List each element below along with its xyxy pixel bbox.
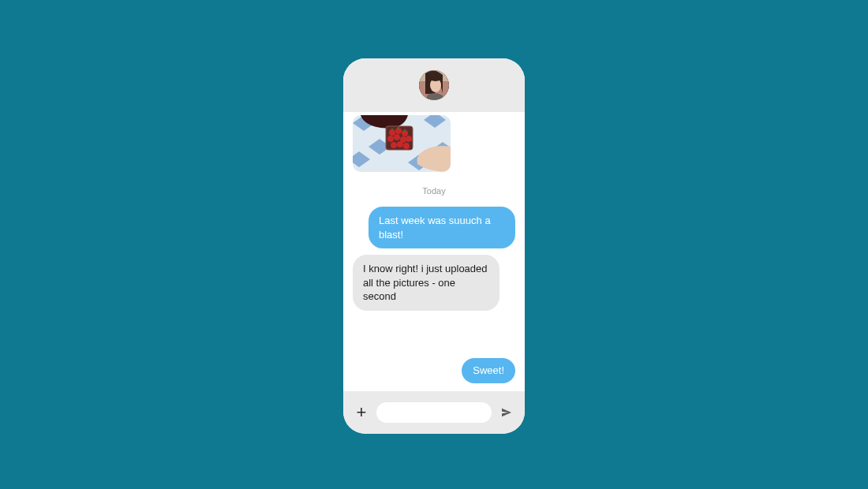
send-icon bbox=[500, 406, 513, 419]
svg-point-23 bbox=[391, 129, 393, 130]
svg-point-24 bbox=[398, 127, 399, 129]
message-bubble-received[interactable]: I know right! i just uploaded all the pi… bbox=[353, 255, 499, 311]
message-input[interactable] bbox=[376, 402, 492, 423]
svg-point-21 bbox=[397, 141, 403, 147]
composer-bar: + bbox=[343, 391, 525, 434]
svg-point-18 bbox=[394, 134, 400, 140]
chat-header bbox=[343, 58, 525, 112]
contact-avatar[interactable] bbox=[419, 70, 449, 100]
message-text: Sweet! bbox=[473, 364, 504, 376]
message-text: Last week was suuuch a blast! bbox=[379, 215, 491, 241]
message-text: I know right! i just uploaded all the pi… bbox=[363, 263, 488, 302]
message-bubble-sent[interactable]: Last week was suuuch a blast! bbox=[369, 207, 515, 248]
phone-frame: Today Last week was suuuch a blast! I kn… bbox=[343, 58, 525, 434]
svg-point-22 bbox=[403, 143, 410, 149]
svg-point-17 bbox=[387, 136, 394, 142]
svg-point-16 bbox=[406, 136, 412, 142]
spacer bbox=[353, 317, 515, 353]
messages-list[interactable]: Today Last week was suuuch a blast! I kn… bbox=[343, 112, 525, 391]
message-bubble-sent[interactable]: Sweet! bbox=[462, 358, 515, 383]
plus-icon: + bbox=[357, 402, 367, 422]
attach-button[interactable]: + bbox=[354, 404, 369, 421]
svg-point-20 bbox=[391, 142, 397, 148]
svg-point-25 bbox=[404, 129, 406, 131]
image-message[interactable] bbox=[353, 115, 451, 172]
send-button[interactable] bbox=[499, 405, 514, 420]
date-separator: Today bbox=[353, 186, 515, 196]
